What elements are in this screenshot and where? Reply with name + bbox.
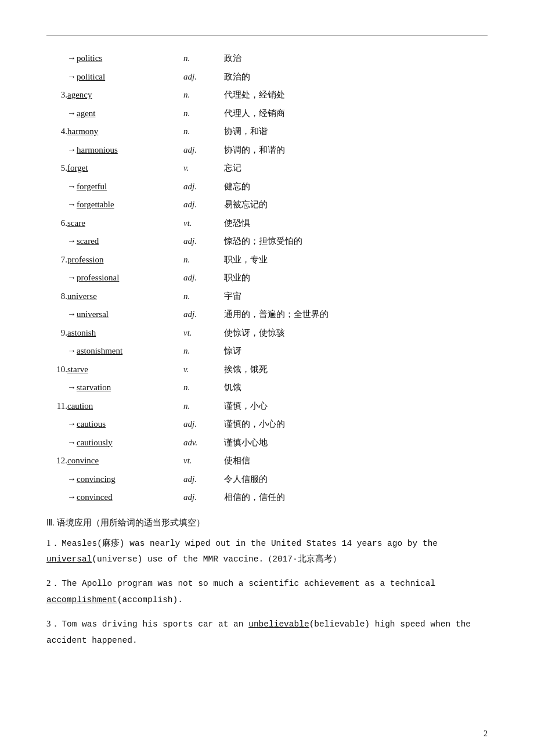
vocab-row: →politicaladj.政治的 [46, 68, 488, 87]
vocab-word-cell: →cautious [67, 415, 183, 434]
vocab-meaning: 使惊讶，使惊骇 [224, 324, 488, 343]
arrow-icon: → [67, 346, 76, 355]
vocab-number [46, 488, 67, 507]
vocab-meaning: 代理人，经销商 [224, 105, 488, 123]
vocab-meaning: 谨慎小心地 [224, 434, 488, 452]
arrow-icon: → [67, 109, 76, 118]
vocab-meaning: 谨慎，小心 [224, 397, 488, 416]
vocab-word: cautiously [77, 438, 113, 447]
vocab-pos: adj. [183, 141, 224, 160]
arrow-icon: → [67, 492, 76, 502]
exercise-number: 1． [46, 538, 62, 548]
vocab-pos: adj. [183, 269, 224, 287]
vocab-row: 7.professionn.职业，专业 [46, 251, 488, 269]
vocab-word-cell: profession [67, 251, 183, 269]
vocab-row: →forgettableadj.易被忘记的 [46, 196, 488, 214]
exercises-section: Ⅲ. 语境应用（用所给词的适当形式填空） 1． Measles(麻疹) was … [46, 517, 488, 649]
vocab-row: →cautiouslyadv.谨慎小心地 [46, 434, 488, 452]
vocab-row: →politicsn.政治 [46, 49, 488, 68]
vocab-word: harmony [67, 127, 98, 136]
vocab-pos: vt. [183, 324, 224, 343]
vocab-row: →harmoniousadj.协调的，和谐的 [46, 141, 488, 160]
exercise-item: 3． Tom was driving his sports car at an … [46, 616, 488, 649]
vocab-number: 11. [46, 397, 67, 416]
vocab-pos: n. [183, 123, 224, 141]
vocab-number: 5. [46, 159, 67, 178]
arrow-icon: → [67, 72, 76, 81]
vocab-pos: n. [183, 49, 224, 68]
arrow-icon: → [67, 273, 76, 282]
vocab-pos: v. [183, 361, 224, 379]
exercise-number: 2． [46, 578, 62, 588]
vocab-word: profession [67, 255, 104, 264]
vocab-row: 10.starvev.挨饿，饿死 [46, 361, 488, 379]
vocab-word-cell: harmony [67, 123, 183, 141]
vocab-number: 4. [46, 123, 67, 141]
vocab-table: →politicsn.政治→politicaladj.政治的3.agencyn.… [46, 49, 488, 507]
arrow-icon: → [67, 53, 76, 63]
exercise-text-part: Tom was driving his sports car at an [62, 620, 248, 629]
vocab-word-cell: universe [67, 287, 183, 306]
vocab-word: agent [77, 109, 95, 118]
exercise-text-part: (universe) use of the MMR vaccine.（2017·… [92, 555, 341, 564]
vocab-word: caution [67, 401, 93, 411]
exercise-text-part: The Apollo program was not so much a sci… [62, 579, 435, 588]
arrow-icon: → [67, 309, 76, 319]
vocab-row: →forgetfuladj.健忘的 [46, 178, 488, 196]
vocab-number [46, 305, 67, 324]
vocab-pos: adj. [183, 488, 224, 507]
vocab-meaning: 政治的 [224, 68, 488, 87]
vocab-word-cell: →forgettable [67, 196, 183, 214]
vocab-number: 3. [46, 86, 67, 105]
vocab-number [46, 105, 67, 123]
vocab-number [46, 379, 67, 397]
vocab-row: 11.cautionn.谨慎，小心 [46, 397, 488, 416]
vocab-pos: n. [183, 379, 224, 397]
vocab-row: 12.convincevt.使相信 [46, 452, 488, 470]
vocab-word-cell: →scared [67, 232, 183, 251]
vocab-word: agency [67, 90, 92, 99]
vocab-meaning: 宇宙 [224, 287, 488, 306]
vocab-pos: adj. [183, 232, 224, 251]
vocab-number [46, 178, 67, 196]
vocab-number [46, 415, 67, 434]
vocab-row: →cautiousadj.谨慎的，小心的 [46, 415, 488, 434]
vocab-pos: n. [183, 105, 224, 123]
vocab-word-cell: →politics [67, 49, 183, 68]
vocab-pos: n. [183, 251, 224, 269]
arrow-icon: → [67, 474, 76, 484]
vocab-pos: n. [183, 397, 224, 416]
vocab-word: scared [77, 236, 99, 246]
vocab-word: professional [77, 273, 119, 282]
vocab-number: 10. [46, 361, 67, 379]
vocab-pos: vt. [183, 452, 224, 470]
vocab-meaning: 惊恐的；担惊受怕的 [224, 232, 488, 251]
vocab-row: 9.astonishvt.使惊讶，使惊骇 [46, 324, 488, 343]
vocab-pos: adv. [183, 434, 224, 452]
vocab-pos: n. [183, 342, 224, 361]
vocab-number: 7. [46, 251, 67, 269]
vocab-row: 5.forgetv.忘记 [46, 159, 488, 178]
vocab-meaning: 使相信 [224, 452, 488, 470]
vocab-word: forgetful [77, 182, 107, 191]
vocab-number [46, 342, 67, 361]
exercise-text-part: (accomplish). [117, 595, 183, 604]
vocab-meaning: 职业的 [224, 269, 488, 287]
vocab-word-cell: →harmonious [67, 141, 183, 160]
arrow-icon: → [67, 200, 76, 209]
vocab-pos: adj. [183, 305, 224, 324]
vocab-word: astonishment [77, 346, 122, 355]
vocab-row: →astonishmentn.惊讶 [46, 342, 488, 361]
vocab-number [46, 470, 67, 489]
vocab-word-cell: scare [67, 214, 183, 233]
vocab-meaning: 挨饿，饿死 [224, 361, 488, 379]
vocab-word-cell: agency [67, 86, 183, 105]
vocab-number [46, 141, 67, 160]
vocab-row: →agentn.代理人，经销商 [46, 105, 488, 123]
exercise-text-part: universal [46, 555, 92, 564]
vocab-pos: n. [183, 86, 224, 105]
vocab-word: convincing [77, 474, 116, 484]
vocab-pos: n. [183, 287, 224, 306]
vocab-word-cell: caution [67, 397, 183, 416]
vocab-word: starve [67, 365, 88, 374]
